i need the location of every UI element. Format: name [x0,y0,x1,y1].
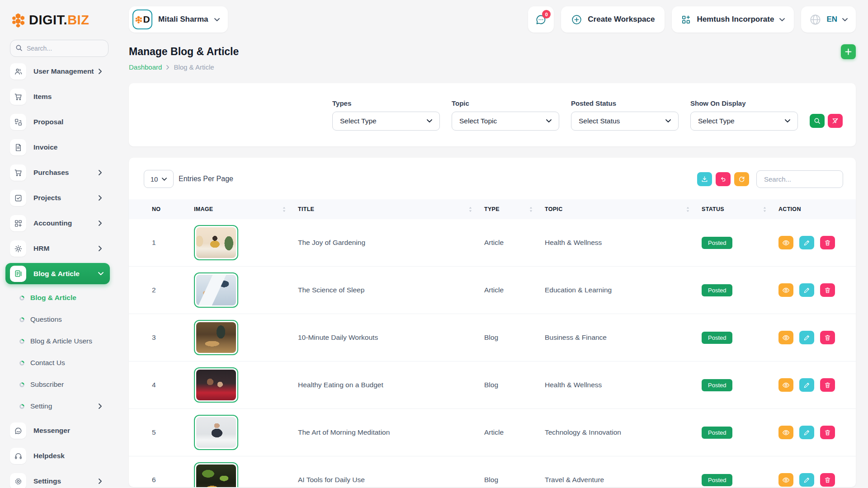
delete-button[interactable] [820,236,835,249]
language-selector[interactable]: EN [801,6,856,33]
users-icon [10,63,26,80]
table-search-input[interactable] [756,170,843,188]
edit-button[interactable] [799,331,814,344]
blog-article-submenu: Blog & Article Questions Blog & Article … [10,286,115,418]
sidebar-item-invoice[interactable]: Invoice [10,135,115,160]
undo-button[interactable] [716,172,731,186]
sort-icon[interactable] [763,206,767,212]
refresh-icon [738,176,745,183]
view-button[interactable] [778,331,793,344]
chevron-right-icon [99,221,102,226]
user-menu[interactable]: D Mitali Sharma [129,6,228,33]
view-button[interactable] [778,283,793,297]
topic-select[interactable]: Select Topic [452,112,559,131]
delete-button[interactable] [820,331,835,344]
sidebar-item-purchases[interactable]: Purchases [10,160,115,185]
submenu-item-contact-us[interactable]: Contact Us [10,352,115,374]
sidebar-item-user-management[interactable]: User Management [10,59,115,84]
submenu-item-setting[interactable]: Setting [10,395,115,417]
breadcrumb-dashboard-link[interactable]: Dashboard [129,63,162,71]
delete-button[interactable] [820,426,835,439]
status-select-value: Select Status [579,117,620,125]
add-blog-button[interactable] [841,44,856,59]
submenu-item-subscriber[interactable]: Subscriber [10,374,115,395]
row-number: 3 [152,333,194,342]
sort-icon[interactable] [529,206,533,212]
sidebar-item-items[interactable]: Items [10,84,115,109]
table-row: 1 The Joy of Gardening Article Health & … [129,219,856,267]
view-button[interactable] [778,236,793,249]
submenu-item-blog-article-users[interactable]: Blog & Article Users [10,330,115,352]
table-row: 5 The Art of Morning Meditation Article … [129,409,856,456]
filter-types: Types Select Type [332,99,440,131]
app-root: DIGIT.BIZ User Management Items Proposal [0,0,868,488]
delete-button[interactable] [820,378,835,392]
sidebar-item-blog-article[interactable]: Blog & Article [5,263,110,284]
sidebar-item-label: Accounting [33,219,72,227]
sidebar-item-settings[interactable]: Settings [10,469,115,488]
row-thumbnail[interactable] [194,272,238,308]
delete-button[interactable] [820,283,835,297]
sidebar-item-hrm[interactable]: HRM [10,236,115,261]
entries-per-page-select[interactable]: 10 [144,170,174,188]
sidebar-search-input[interactable] [10,40,108,57]
row-thumbnail[interactable] [194,225,238,260]
sort-icon[interactable] [468,206,472,212]
display-select-value: Select Type [698,117,735,125]
chat-button[interactable]: 0 [528,6,554,33]
row-thumbnail[interactable] [194,415,238,450]
sidebar-item-label: Invoice [33,143,57,151]
column-header-action: ACTION [778,206,856,212]
status-badge: Posted [702,237,732,249]
view-button[interactable] [778,426,793,439]
edit-button[interactable] [799,283,814,297]
view-button[interactable] [778,473,793,487]
filter-label: Posted Status [571,99,679,107]
view-button[interactable] [778,378,793,392]
accounting-icon [10,215,26,231]
refresh-button[interactable] [734,172,749,186]
edit-button[interactable] [799,426,814,439]
sidebar-item-accounting[interactable]: Accounting [10,211,115,236]
sort-icon[interactable] [282,206,286,212]
row-title: The Joy of Gardening [298,239,484,247]
edit-button[interactable] [799,236,814,249]
row-thumbnail[interactable] [194,462,238,487]
breadcrumb-separator-icon [166,65,169,70]
row-topic: Health & Wellness [545,239,702,247]
type-select[interactable]: Select Type [332,112,440,131]
submenu-item-blog-article[interactable]: Blog & Article [10,287,115,309]
sidebar-item-messenger[interactable]: Messenger [10,418,115,443]
create-workspace-button[interactable]: Create Workspace [561,6,665,33]
display-select[interactable]: Select Type [690,112,798,131]
clear-filter-button[interactable] [828,114,843,128]
submenu-item-label: Questions [30,315,62,324]
apply-filter-button[interactable] [810,114,825,128]
blog-image [196,275,236,305]
plus-circle-icon [571,14,582,25]
filter-label: Types [332,99,440,107]
blog-image [196,227,236,258]
workspace-switcher[interactable]: Hemtush Incorporate [672,6,794,33]
sidebar-item-proposal[interactable]: Proposal [10,109,115,135]
page-title: Manage Blog & Article [129,46,239,58]
row-thumbnail[interactable] [194,367,238,403]
status-select[interactable]: Select Status [571,112,679,131]
export-button[interactable] [697,172,712,186]
chevron-right-icon [99,195,102,201]
workspace-name: Hemtush Incorporate [697,15,774,24]
pencil-icon [803,239,810,246]
sort-icon[interactable] [686,206,690,212]
edit-button[interactable] [799,473,814,487]
delete-button[interactable] [820,473,835,487]
sidebar-item-helpdesk[interactable]: Helpdesk [10,443,115,469]
submenu-item-questions[interactable]: Questions [10,309,115,330]
sidebar-item-label: Items [33,93,52,101]
check-square-icon [10,190,26,206]
filter-show-on-display: Show On Display Select Type [690,99,798,131]
edit-button[interactable] [799,378,814,392]
topic-select-value: Select Topic [459,117,497,125]
filter-off-icon [832,117,839,124]
sidebar-item-projects[interactable]: Projects [10,185,115,211]
row-thumbnail[interactable] [194,320,238,355]
